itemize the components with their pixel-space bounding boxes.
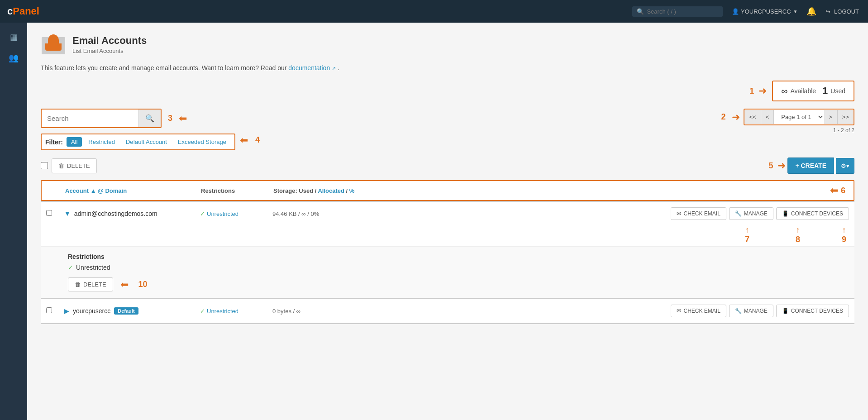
row-checkbox-col-2 [46,307,64,315]
pagination-page-select[interactable]: Page 1 of 1 [774,110,824,124]
annotation-3: 3 [168,114,172,123]
description-text: This feature lets you create and manage … [41,64,286,72]
search-input[interactable] [42,110,138,127]
percent-link[interactable]: % [349,187,355,194]
page-title-area: Email Accounts List Email Accounts [72,35,147,54]
pagination-info: 1 - 2 of 2 [833,127,854,134]
arrow-up-icon-9: ↑ [842,225,846,235]
bulk-delete-label: DELETE [67,162,90,169]
column-storage: Storage: Used / Allocated / % [273,187,635,194]
mail-icon-2: ✉ [677,308,681,314]
bulk-delete-button[interactable]: 🗑 DELETE [52,158,97,173]
arrow-left-icon-4: ⬅ [240,134,248,146]
toolbar-right: 5 ➜ + CREATE ⚙▾ [766,158,854,174]
documentation-link[interactable]: documentation ↗ [288,64,338,72]
sidebar-icon-users[interactable]: 👥 [5,50,22,66]
main-layout: ▦ 👥 Email Accounts List Email Accounts T… [0,23,868,420]
expanded-check-icon-1: ✓ [68,264,73,271]
account-email-col-1: ▼ admin@cchostingdemos.com [64,210,200,217]
check-email-button-2[interactable]: ✉ CHECK EMAIL [671,305,726,317]
search-pagination-row: 🔍 3 ⬅ Filter: All Restricted Default Acc… [41,109,854,150]
main-content: Email Accounts List Email Accounts This … [27,23,868,420]
phone-icon-2: 📱 [782,308,789,314]
global-search-input[interactable] [647,8,710,15]
pagination-area: 2 ➜ << < Page 1 of 1 > >> 1 - 2 of 2 [718,109,854,134]
actions-col-2: ✉ CHECK EMAIL 🔧 MANAGE 📱 CONNECT DEVICES [659,305,849,317]
username-label: YOURCPUSERCC [741,8,791,15]
select-all-checkbox[interactable] [41,162,48,169]
column-account[interactable]: Account ▲ @ Domain [65,187,201,194]
annotation-6: 6 [841,186,845,196]
page-subtitle: List Email Accounts [72,48,147,54]
pagination-first-button[interactable]: << [744,110,761,124]
actions-col-1: ✉ CHECK EMAIL 🔧 MANAGE 📱 CONNECT DEVICES [659,207,849,220]
create-button[interactable]: + CREATE [787,158,834,174]
pagination-prev-button[interactable]: < [761,110,774,124]
filter-label: Filter: [45,138,63,146]
toolbar-left: 🗑 DELETE [41,158,97,173]
arrow-up-icon-8: ↑ [796,225,800,235]
account-email-col-2: ▶ yourcpusercc Default [64,307,200,315]
manage-button-2[interactable]: 🔧 MANAGE [729,305,773,317]
filter-all-button[interactable]: All [67,137,82,147]
page-icon [41,32,66,57]
account-row-1: ▼ admin@cchostingdemos.com ✓ Unrestricte… [41,202,854,298]
grid-icon: ▦ [10,32,18,42]
quota-available: ∞ Available [781,86,816,96]
allocated-link[interactable]: Allocated [318,187,344,194]
used-label: Used [830,87,845,95]
check-email-button-1[interactable]: ✉ CHECK EMAIL [671,207,726,220]
check-icon-2: ✓ [200,308,205,315]
storage-col-1: 94.46 KB / ∞ / 0% [272,210,659,217]
user-icon: 👤 [732,8,739,15]
restriction-label-2: Unrestricted [207,308,238,315]
gear-icon: ⚙▾ [841,162,849,169]
table-header: Account ▲ @ Domain Restrictions Storage:… [41,180,854,201]
check-email-label-2: CHECK EMAIL [683,308,720,314]
arrow-right-icon-1: ➜ [758,85,767,97]
filter-exceeded-storage-button[interactable]: Exceeded Storage [173,137,231,147]
annotation-2: 2 [721,112,725,122]
check-email-label-1: CHECK EMAIL [683,210,720,217]
user-menu[interactable]: 👤 YOURCPUSERCC ▼ [732,8,797,15]
row-checkbox-2[interactable] [46,307,52,313]
sidebar-icon-grid[interactable]: ▦ [5,29,22,45]
account-row-main-1: ▼ admin@cchostingdemos.com ✓ Unrestricte… [41,202,854,225]
connect-devices-button-2[interactable]: 📱 CONNECT DEVICES [776,305,849,317]
account-row-main-2: ▶ yourcpusercc Default ✓ Unrestricted 0 … [41,299,854,323]
filter-restricted-button[interactable]: Restricted [84,137,119,147]
connect-devices-button-1[interactable]: 📱 CONNECT DEVICES [776,207,849,220]
row-delete-button-1[interactable]: 🗑 DELETE [68,277,113,291]
manage-button-1[interactable]: 🔧 MANAGE [729,207,773,220]
logout-button[interactable]: ↪ LOGOUT [825,8,861,15]
manage-label-2: MANAGE [744,308,768,314]
search-box: 🔍 [41,109,162,128]
arrow-right-icon-5: ➜ [777,160,786,172]
global-search-box[interactable]: 🔍 [632,6,723,17]
row-checkbox-col-1 [46,210,64,217]
annotation-8: 8 [796,235,800,244]
pagination-next-button[interactable]: > [824,110,837,124]
available-label: Available [791,87,816,95]
used-count: 1 [822,85,828,97]
annotation-1: 1 [749,86,754,96]
brand-prefix: c [7,5,13,17]
arrow-left-icon-10: ⬅ [120,279,129,291]
row-checkbox-1[interactable] [46,210,52,216]
search-area: 🔍 3 ⬅ Filter: All Restricted Default Acc… [41,109,714,150]
mail-icon-1: ✉ [677,210,681,217]
sort-asc-icon: ▲ [91,187,96,194]
notifications-bell[interactable]: 🔔 [806,6,816,16]
gear-settings-button[interactable]: ⚙▾ [836,158,854,174]
toolbar-row: 🗑 DELETE 5 ➜ + CREATE ⚙▾ [41,155,854,177]
restriction-col-1: ✓ Unrestricted [200,210,272,217]
expand-button-2[interactable]: ▶ [64,307,69,315]
storage-col-2: 0 bytes / ∞ [272,308,659,315]
pagination-last-button[interactable]: >> [837,110,854,124]
expand-button-1[interactable]: ▼ [64,210,71,217]
wrench-icon-2: 🔧 [735,308,742,314]
search-button[interactable]: 🔍 [138,110,161,127]
storage-value-1: 94.46 KB / ∞ / 0% [272,210,319,217]
filter-default-account-button[interactable]: Default Account [121,137,172,147]
manage-label-1: MANAGE [744,210,768,217]
